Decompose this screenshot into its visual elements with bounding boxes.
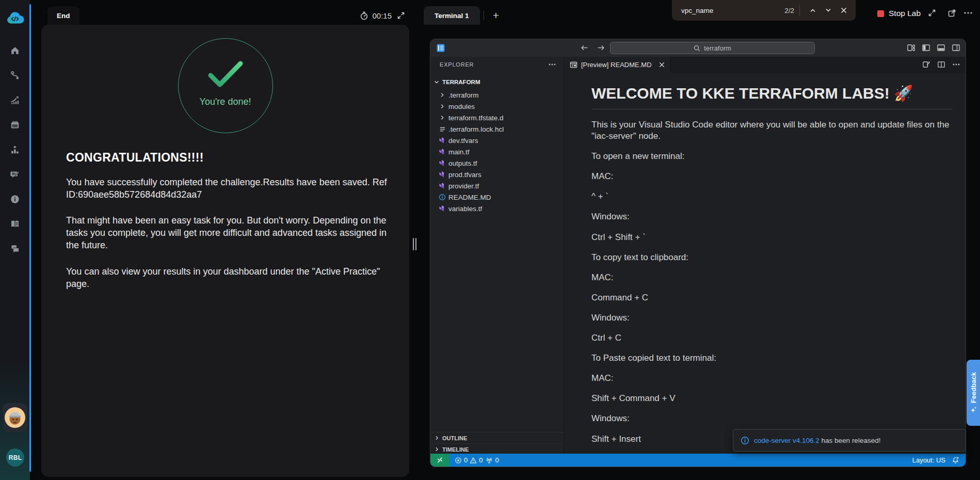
notification-toast: code-server v4.106.2 has been released! [733, 429, 966, 452]
fullscreen-icon[interactable] [928, 9, 936, 17]
tab-terminal-1[interactable]: Terminal 1 [424, 6, 480, 25]
sidebar-item-feedback-notes[interactable] [0, 162, 30, 187]
home-icon [10, 45, 20, 56]
sidebar-nav [0, 38, 30, 261]
explorer-header: EXPLORER [430, 57, 564, 72]
find-query-input[interactable]: vpc_name [681, 7, 713, 14]
find-close-icon[interactable] [836, 3, 852, 18]
terraform-file-icon [439, 148, 446, 155]
toggle-primary-sidebar-icon[interactable] [922, 43, 930, 52]
radio-tower-icon [486, 457, 493, 464]
application-menu-icon[interactable] [436, 43, 445, 53]
sidebar-item-learning-path[interactable] [0, 63, 30, 88]
congrats-heading: CONGRATULATIONS!!!! [66, 151, 389, 165]
release-link[interactable]: code-server v4.106.2 [754, 437, 820, 444]
stop-lab-label: Stop Lab [889, 9, 921, 18]
progress-trending-icon [10, 95, 20, 105]
tree-item-folder[interactable]: terraform.tfstate.d [430, 112, 564, 123]
stopwatch-icon [360, 11, 368, 20]
tree-item-file[interactable]: provider.tf [430, 180, 564, 191]
open-source-icon[interactable] [922, 60, 930, 69]
outline-section[interactable]: OUTLINE [430, 432, 564, 443]
tree-root-terraform[interactable]: TERRAFORM [430, 76, 564, 88]
customize-layout-icon[interactable] [907, 43, 915, 52]
congrats-paragraph: You can also view your results in your d… [66, 265, 392, 290]
checkmark-icon [206, 60, 245, 88]
file-lines-icon [439, 126, 446, 133]
new-terminal-tab-button[interactable]: + [489, 6, 503, 25]
readme-title: WELCOME TO KKE TERRAFORM LABS! 🚀 [591, 84, 952, 109]
sparkle-icon [970, 406, 977, 413]
tab-end-label: End [57, 12, 70, 20]
editor-more-actions-icon[interactable] [952, 60, 960, 69]
info-icon [10, 194, 20, 204]
done-circle: You're done! [178, 38, 273, 133]
toggle-panel-icon[interactable] [937, 43, 945, 52]
tab-end[interactable]: End [47, 6, 79, 25]
tree-item-file[interactable]: dev.tfvars [430, 135, 564, 146]
file-tree: .terraform modules terraform.tfstate.d .… [430, 89, 564, 214]
tree-item-file[interactable]: outputs.tf [430, 157, 564, 169]
remote-indicator[interactable] [430, 454, 449, 467]
tree-item-folder[interactable]: .terraform [430, 89, 564, 101]
congrats-paragraph: You have successfully completed the chal… [66, 176, 392, 201]
tree-item-file[interactable]: main.tf [430, 146, 564, 157]
layout-controls [907, 43, 960, 52]
more-options-icon[interactable] [963, 9, 973, 17]
chat-icon [10, 244, 20, 254]
toggle-secondary-sidebar-icon[interactable] [952, 43, 960, 52]
timeline-section[interactable]: TIMELINE [430, 443, 564, 455]
sidebar-item-handbook[interactable] [0, 212, 30, 236]
tree-item-file[interactable]: .terraform.lock.hcl [430, 123, 564, 135]
open-external-icon[interactable] [947, 9, 956, 18]
stop-lab-button[interactable]: Stop Lab [877, 7, 921, 20]
explorer-more-actions-icon[interactable] [548, 60, 556, 69]
kodekloud-logo-icon[interactable] [5, 11, 25, 27]
error-icon [455, 457, 462, 464]
user-initials-badge[interactable]: RBL [6, 449, 24, 467]
sidebar-item-info[interactable] [0, 187, 30, 212]
panel-resize-handle[interactable] [413, 238, 417, 250]
tab-terminal-label: Terminal 1 [435, 12, 469, 20]
sidebar-item-chat[interactable] [0, 236, 30, 261]
sidebar-item-progress[interactable] [0, 88, 30, 113]
tree-item-folder[interactable]: modules [430, 101, 564, 112]
info-circle-icon [741, 436, 749, 445]
feedback-notes-icon [10, 169, 20, 180]
ports-indicator[interactable]: 0 [486, 456, 499, 464]
leaderboard-icon [10, 145, 20, 155]
user-memoji-avatar [5, 407, 25, 428]
expand-panel-icon[interactable] [397, 11, 405, 20]
remote-icon [436, 456, 444, 464]
keyboard-layout-indicator[interactable]: Layout: US [912, 456, 945, 464]
find-next-icon[interactable] [821, 3, 836, 18]
chevron-down-icon [433, 78, 440, 86]
sidebar-item-leaderboard[interactable] [0, 137, 30, 162]
notifications-bell-icon[interactable] [952, 456, 959, 464]
app-sidebar: RBL [0, 0, 30, 480]
done-label: You're done! [200, 97, 251, 107]
find-previous-icon[interactable] [805, 3, 821, 18]
split-editor-icon[interactable] [937, 60, 945, 69]
navigate-forward-icon[interactable] [597, 43, 605, 52]
tree-item-file[interactable]: variables.tf [430, 203, 564, 214]
tree-item-file[interactable]: README.MD [430, 191, 564, 203]
navigate-back-icon[interactable] [580, 43, 589, 52]
vscode-window: terraform EXPLORER [430, 39, 966, 467]
find-in-page-bar[interactable]: vpc_name 2/2 [672, 0, 856, 21]
vscode-titlebar: terraform [430, 39, 966, 57]
command-search-box[interactable]: terraform [610, 42, 815, 54]
close-tab-icon[interactable] [658, 61, 665, 68]
editor-actions [922, 60, 960, 69]
explorer-title: EXPLORER [440, 61, 474, 68]
sidebar-item-schedule[interactable] [0, 113, 30, 137]
sidebar-item-home[interactable] [0, 38, 30, 63]
tab-preview-readme[interactable]: [Preview] README.MD [565, 57, 671, 73]
feedback-button[interactable]: Feedback [967, 360, 980, 426]
warning-icon [470, 457, 477, 464]
problems-indicator[interactable]: 0 0 [455, 456, 483, 464]
tree-item-file[interactable]: prod.tfvars [430, 169, 564, 180]
user-avatar-tile[interactable] [3, 403, 27, 432]
search-icon [694, 45, 700, 52]
find-divider [799, 5, 800, 16]
